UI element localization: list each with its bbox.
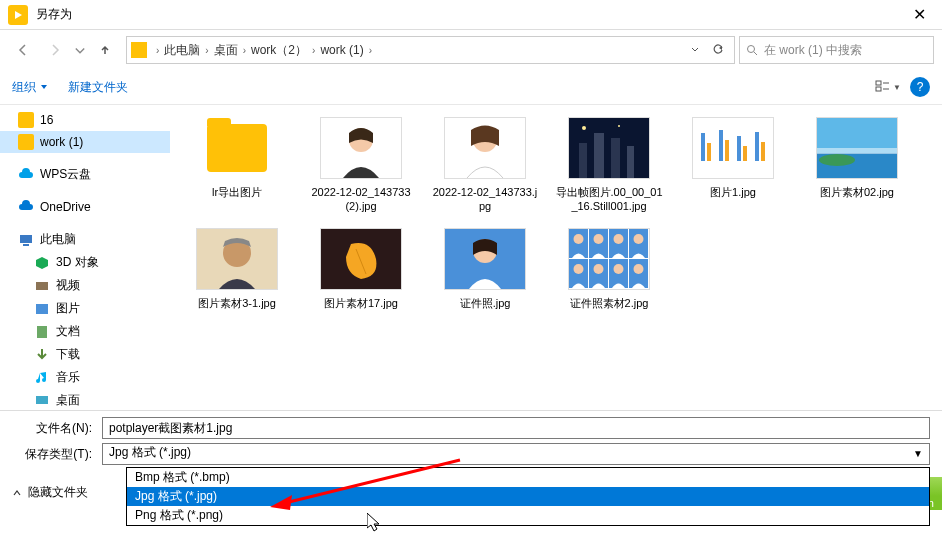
filetype-label: 保存类型(T): bbox=[12, 446, 92, 463]
file-label: 证件照.jpg bbox=[460, 296, 511, 310]
chevron-right-icon: › bbox=[369, 45, 372, 56]
sidebar-item-3d[interactable]: 3D 对象 bbox=[0, 251, 170, 274]
search-placeholder: 在 work (1) 中搜索 bbox=[764, 42, 862, 59]
svg-rect-30 bbox=[725, 140, 729, 161]
svg-rect-21 bbox=[594, 133, 604, 178]
svg-rect-31 bbox=[737, 136, 741, 161]
address-bar[interactable]: › 此电脑 › 桌面 › work（2） › work (1) › bbox=[126, 36, 735, 64]
forward-button[interactable] bbox=[40, 36, 70, 64]
sidebar-item-pc[interactable]: 此电脑 bbox=[0, 228, 170, 251]
up-button[interactable] bbox=[90, 36, 120, 64]
chevron-right-icon: › bbox=[312, 45, 315, 56]
sidebar-item-music[interactable]: 音乐 bbox=[0, 366, 170, 389]
file-label: 证件照素材2.jpg bbox=[570, 296, 649, 310]
svg-point-51 bbox=[594, 234, 604, 244]
file-item[interactable]: 证件照素材2.jpg bbox=[550, 224, 668, 314]
bottom-panel: 文件名(N): 保存类型(T): Jpg 格式 (*.jpg) ▼ Bmp 格式… bbox=[0, 410, 942, 475]
thumbnail bbox=[568, 228, 650, 290]
svg-marker-0 bbox=[15, 11, 22, 19]
file-item[interactable]: 2022-12-02_143733 (2).jpg bbox=[302, 113, 420, 218]
svg-rect-5 bbox=[876, 87, 881, 91]
help-button[interactable]: ? bbox=[910, 77, 930, 97]
sidebar-item-desktop[interactable]: 桌面 bbox=[0, 389, 170, 410]
sidebar: 16work (1)WPS云盘OneDrive此电脑3D 对象视频图片文档下载音… bbox=[0, 105, 170, 410]
thumbnail bbox=[816, 117, 898, 179]
file-item[interactable]: 证件照.jpg bbox=[426, 224, 544, 314]
file-label: 2022-12-02_143733 (2).jpg bbox=[306, 185, 416, 214]
breadcrumb[interactable]: 此电脑 bbox=[162, 42, 202, 59]
svg-rect-11 bbox=[36, 282, 48, 290]
history-dropdown[interactable] bbox=[72, 36, 88, 64]
search-input[interactable]: 在 work (1) 中搜索 bbox=[739, 36, 934, 64]
file-label: 图片素材17.jpg bbox=[324, 296, 398, 310]
thumbnail bbox=[568, 117, 650, 179]
breadcrumb[interactable]: 桌面 bbox=[212, 42, 240, 59]
svg-rect-4 bbox=[876, 81, 881, 85]
refresh-button[interactable] bbox=[712, 43, 724, 58]
svg-point-59 bbox=[634, 234, 644, 244]
window-title: 另存为 bbox=[36, 6, 897, 23]
chevron-down-icon[interactable] bbox=[690, 43, 700, 57]
filename-input[interactable] bbox=[102, 417, 930, 439]
dropdown-option[interactable]: Bmp 格式 (*.bmp) bbox=[127, 468, 929, 487]
sidebar-item-cloud-od[interactable]: OneDrive bbox=[0, 196, 170, 218]
file-item[interactable]: 图片素材17.jpg bbox=[302, 224, 420, 314]
svg-rect-34 bbox=[761, 142, 765, 161]
titlebar: 另存为 ✕ bbox=[0, 0, 942, 30]
svg-rect-14 bbox=[36, 396, 48, 404]
thumbnail bbox=[196, 228, 278, 290]
chevron-down-icon: ▼ bbox=[913, 448, 923, 459]
sidebar-item-video[interactable]: 视频 bbox=[0, 274, 170, 297]
search-icon bbox=[746, 44, 758, 56]
filename-label: 文件名(N): bbox=[12, 420, 92, 437]
thumbnail bbox=[444, 117, 526, 179]
files-area: lr导出图片2022-12-02_143733 (2).jpg2022-12-0… bbox=[170, 105, 942, 410]
dropdown-option[interactable]: Jpg 格式 (*.jpg) bbox=[127, 487, 929, 506]
svg-line-3 bbox=[754, 52, 757, 55]
sidebar-item-docs[interactable]: 文档 bbox=[0, 320, 170, 343]
file-item[interactable]: 图片素材02.jpg bbox=[798, 113, 916, 218]
svg-point-24 bbox=[582, 126, 586, 130]
app-icon bbox=[8, 5, 28, 25]
sidebar-item-cloud-wps[interactable]: WPS云盘 bbox=[0, 163, 170, 186]
file-label: 图片素材3-1.jpg bbox=[198, 296, 276, 310]
svg-rect-27 bbox=[701, 133, 705, 161]
thumbnail bbox=[320, 117, 402, 179]
sidebar-item-folder[interactable]: work (1) bbox=[0, 131, 170, 153]
svg-rect-12 bbox=[36, 304, 48, 314]
hide-folders-button[interactable]: 隐藏文件夹 bbox=[12, 484, 88, 501]
svg-marker-1 bbox=[719, 46, 722, 50]
svg-rect-13 bbox=[37, 326, 47, 338]
chevron-down-icon bbox=[40, 83, 48, 91]
file-label: lr导出图片 bbox=[212, 185, 262, 199]
thumbnail bbox=[320, 228, 402, 290]
back-button[interactable] bbox=[8, 36, 38, 64]
svg-rect-28 bbox=[707, 143, 711, 161]
thumbnail bbox=[196, 117, 278, 179]
file-item[interactable]: 图片1.jpg bbox=[674, 113, 792, 218]
file-label: 导出帧图片.00_00_01_16.Still001.jpg bbox=[554, 185, 664, 214]
svg-rect-8 bbox=[20, 235, 32, 243]
sidebar-item-folder[interactable]: 16 bbox=[0, 109, 170, 131]
close-button[interactable]: ✕ bbox=[897, 0, 942, 30]
svg-rect-35 bbox=[817, 118, 897, 153]
svg-point-47 bbox=[574, 234, 584, 244]
filetype-select[interactable]: Jpg 格式 (*.jpg) ▼ bbox=[102, 443, 930, 465]
new-folder-button[interactable]: 新建文件夹 bbox=[68, 79, 128, 96]
file-item[interactable]: 图片素材3-1.jpg bbox=[178, 224, 296, 314]
file-item[interactable]: 2022-12-02_143733.jpg bbox=[426, 113, 544, 218]
breadcrumb[interactable]: work（2） bbox=[249, 42, 309, 59]
file-item[interactable]: 导出帧图片.00_00_01_16.Still001.jpg bbox=[550, 113, 668, 218]
svg-rect-33 bbox=[755, 132, 759, 161]
organize-button[interactable]: 组织 bbox=[12, 79, 48, 96]
svg-marker-10 bbox=[36, 257, 48, 269]
dropdown-option[interactable]: Png 格式 (*.png) bbox=[127, 506, 929, 525]
folder-item[interactable]: lr导出图片 bbox=[178, 113, 296, 218]
view-options-button[interactable]: ▼ bbox=[874, 75, 902, 99]
breadcrumb[interactable]: work (1) bbox=[318, 43, 365, 57]
svg-rect-9 bbox=[23, 244, 29, 246]
svg-point-61 bbox=[634, 264, 644, 274]
sidebar-item-downloads[interactable]: 下载 bbox=[0, 343, 170, 366]
sidebar-item-pictures[interactable]: 图片 bbox=[0, 297, 170, 320]
folder-icon bbox=[131, 42, 147, 58]
